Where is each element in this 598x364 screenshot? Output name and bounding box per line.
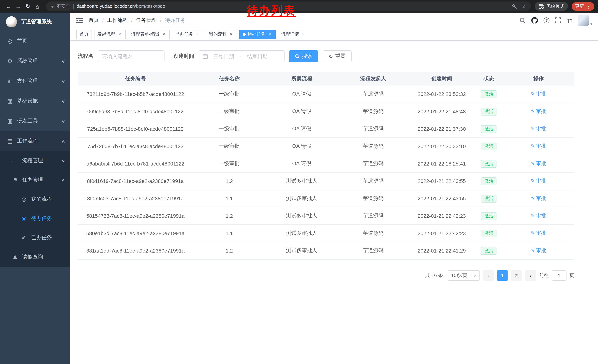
cell-status: 激活: [475, 108, 503, 115]
edit-icon: ✎: [531, 108, 535, 114]
payment-icon: ¥: [8, 78, 17, 84]
filter-bar: 流程名 创建时间 - 搜索: [78, 50, 574, 62]
dashboard-icon: ◴: [8, 38, 17, 44]
sidebar-item-my-process[interactable]: ◎ 我的流程: [0, 190, 70, 209]
home-icon[interactable]: ⌂: [33, 3, 42, 9]
fullscreen-icon[interactable]: [555, 17, 561, 23]
approve-link[interactable]: ✎审批: [531, 143, 546, 149]
approve-link[interactable]: ✎审批: [531, 108, 546, 114]
approve-link[interactable]: ✎审批: [531, 178, 546, 184]
app-logo[interactable]: 芋道管理系统: [0, 13, 70, 31]
page-button-2[interactable]: 2: [511, 270, 522, 281]
github-icon[interactable]: [531, 17, 538, 24]
close-icon[interactable]: ×: [229, 32, 234, 37]
browser-update-button[interactable]: 更新 ⋮: [572, 2, 594, 11]
sidebar-item-label: 首页: [17, 38, 27, 44]
omnibox-divider: [73, 4, 74, 9]
cell-action: ✎审批: [503, 247, 574, 254]
back-icon[interactable]: ←: [4, 3, 13, 9]
goto-label: 前往: [539, 272, 549, 279]
font-size-icon[interactable]: TT: [566, 17, 572, 24]
gear-icon: ⚙: [8, 58, 17, 65]
sidebar-item-process-mgmt[interactable]: ≡ 流程管理∨: [0, 151, 70, 170]
search-button[interactable]: 搜索: [289, 50, 318, 62]
search-button-icon: [295, 54, 300, 59]
approve-link[interactable]: ✎审批: [531, 195, 546, 201]
approve-link[interactable]: ✎审批: [531, 230, 546, 236]
approve-link[interactable]: ✎审批: [531, 126, 546, 131]
cell-process: 测试多审批人: [266, 230, 338, 237]
sidebar-item-label: 基础设施: [17, 98, 38, 105]
sidebar-item-done-task[interactable]: ✔ 已办任务: [0, 228, 70, 247]
approve-link[interactable]: ✎审批: [531, 160, 546, 166]
cell-status: 激活: [475, 194, 503, 202]
approve-link[interactable]: ✎审批: [531, 247, 546, 253]
close-icon[interactable]: ×: [117, 32, 122, 37]
chevron-up-icon: ∧: [61, 139, 65, 143]
sidebar-item-system[interactable]: ⚙ 系统管理∨: [0, 51, 70, 71]
cell-task-id: 381aa1dd-7ac8-11ec-a9e2-a2380e71991a: [78, 248, 193, 254]
password-key-icon[interactable]: [512, 4, 517, 9]
close-icon[interactable]: ×: [195, 32, 200, 37]
search-icon[interactable]: [519, 17, 526, 24]
cell-task-id: 8f0d1619-7ac8-11ec-a9e2-a2380e71991a: [78, 178, 193, 184]
hamburger-icon[interactable]: [76, 18, 83, 23]
end-date-input[interactable]: [244, 53, 271, 59]
user-menu[interactable]: ▾: [578, 15, 592, 26]
sidebar-item-label: 系统管理: [17, 58, 38, 65]
reload-icon[interactable]: ↻: [23, 3, 33, 10]
cell-create-time: 2022-01-21 22:41:29: [408, 248, 475, 254]
date-range-picker[interactable]: -: [199, 50, 284, 62]
tab-todo-task[interactable]: 待办任务 ×: [239, 29, 276, 39]
breadcrumb-item[interactable]: 首页: [89, 17, 99, 24]
approve-link[interactable]: ✎审批: [531, 212, 546, 218]
cell-initiator: 芋道源码: [338, 178, 408, 184]
chevron-up-icon: ∧: [61, 178, 65, 182]
process-name-input[interactable]: [102, 53, 160, 59]
sidebar-item-label: 任务管理: [22, 177, 43, 183]
close-icon[interactable]: ×: [161, 32, 166, 37]
bookmark-star-icon[interactable]: ☆: [522, 3, 526, 9]
approve-link[interactable]: ✎审批: [531, 91, 546, 97]
chevron-down-icon: ∨: [61, 159, 65, 163]
prev-page-button[interactable]: ‹: [483, 270, 494, 281]
tab-my-process[interactable]: 我的流程 ×: [206, 29, 237, 39]
sidebar-item-todo-task[interactable]: ◉ 待办任务: [0, 209, 70, 228]
tab-home[interactable]: 首页: [76, 29, 92, 39]
browser-menu-icon[interactable]: ⋮: [586, 4, 591, 9]
table-row: 8f059c03-7ac8-11ec-a9e2-a2380e71991a 1.1…: [78, 190, 574, 207]
page-size-select[interactable]: 10条/页 ∨: [447, 270, 480, 281]
reset-button[interactable]: ↻ 重置: [323, 50, 351, 62]
breadcrumb-item[interactable]: 任务管理: [136, 17, 157, 24]
tab-done-task[interactable]: 已办任务 ×: [172, 29, 203, 39]
sidebar-item-label: 我的流程: [31, 196, 52, 202]
forward-icon[interactable]: →: [13, 3, 23, 9]
start-date-input[interactable]: [210, 53, 238, 59]
sidebar: 芋道管理系统 ◴ 首页 ⚙ 系统管理∨ ¥ 支付管理∨ ▦ 基础设施∨ ▣ 研发…: [0, 13, 70, 364]
sidebar-item-devtools[interactable]: ▣ 研发工具∨: [0, 111, 70, 131]
sidebar-item-task-mgmt[interactable]: ⚑ 任务管理∧: [0, 170, 70, 190]
goto-page-input[interactable]: [554, 273, 565, 278]
sidebar-item-home[interactable]: ◴ 首页: [0, 31, 70, 51]
cell-process: 测试多审批人: [266, 247, 338, 254]
sidebar-item-infra[interactable]: ▦ 基础设施∨: [0, 91, 70, 111]
close-icon[interactable]: ×: [267, 32, 272, 37]
close-icon[interactable]: ×: [301, 32, 306, 37]
cell-task-id: 580e1b3d-7ac8-11ec-a9e2-a2380e71991a: [78, 230, 193, 236]
tab-form-edit[interactable]: 流程表单-编辑 ×: [128, 29, 170, 39]
security-status[interactable]: ⚠ 不安全: [50, 3, 70, 9]
tab-initiate-process[interactable]: 发起流程 ×: [94, 29, 126, 39]
cell-initiator: 芋道源码: [338, 160, 408, 167]
range-separator: -: [240, 53, 241, 59]
sidebar-item-payment[interactable]: ¥ 支付管理∨: [0, 71, 70, 91]
pagination: 共 16 条 10条/页 ∨ ‹ 1 2 › 前往 页: [78, 270, 574, 281]
breadcrumb-item[interactable]: 工作流程: [107, 17, 128, 24]
sidebar-item-leave-query[interactable]: ♟ 请假查询: [0, 247, 70, 267]
tab-process-detail[interactable]: 流程详情 ×: [278, 29, 309, 39]
sidebar-item-workflow[interactable]: ▤ 工作流程∧: [0, 131, 70, 151]
my-process-icon: ◎: [22, 196, 31, 202]
cell-task-id: 73211d9d-7b9b-11ec-b5b7-acde48001122: [78, 91, 193, 97]
next-page-button[interactable]: ›: [525, 270, 536, 281]
help-icon[interactable]: ?: [544, 17, 549, 23]
page-button-1[interactable]: 1: [497, 270, 508, 281]
